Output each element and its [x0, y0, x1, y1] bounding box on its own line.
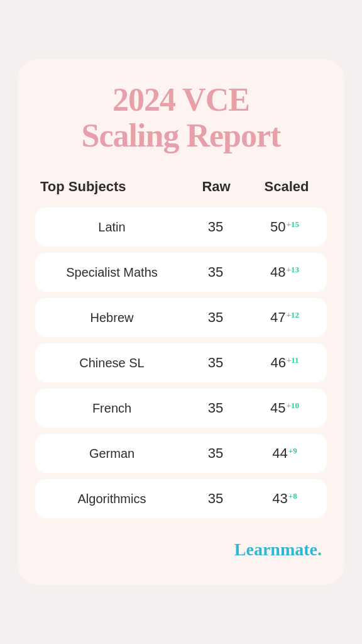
raw-score: 35	[181, 355, 250, 371]
scaled-diff: +8	[288, 491, 297, 500]
raw-score: 35	[181, 264, 250, 280]
table-row: Latin 35 50+15	[35, 208, 327, 247]
header-scaled: Scaled	[251, 179, 322, 195]
subject-name: Chinese SL	[43, 356, 181, 370]
table-row: Hebrew 35 47+12	[35, 298, 327, 337]
scaled-diff: +10	[287, 400, 299, 409]
table-row: Algorithmics 35 43+8	[35, 479, 327, 518]
table-row: German 35 44+9	[35, 434, 327, 473]
scaled-cell: 50+15	[250, 219, 319, 235]
header-subjects: Top Subjects	[40, 179, 181, 195]
title-text: 2024 VCE Scaling Report	[82, 82, 281, 153]
scaled-diff: +11	[287, 355, 299, 364]
raw-score: 35	[181, 400, 250, 416]
table-rows: Latin 35 50+15 Specialist Maths 35 48+13…	[35, 208, 327, 525]
report-card: 2024 VCE Scaling Report Top Subjects Raw…	[18, 59, 344, 585]
scaled-diff: +12	[287, 309, 299, 319]
scaled-value: 48	[270, 264, 285, 280]
subject-name: German	[43, 447, 181, 461]
scaled-cell: 48+13	[250, 264, 319, 280]
scaled-value: 50	[270, 219, 285, 235]
subject-name: Latin	[43, 220, 181, 235]
scaled-value: 47	[270, 309, 285, 326]
scaled-diff: +13	[287, 264, 299, 274]
scaled-value: 46	[270, 355, 285, 371]
scaled-value: 43	[272, 491, 287, 507]
scaled-diff: +15	[287, 219, 299, 228]
header-raw: Raw	[181, 179, 251, 195]
scaled-value: 45	[270, 400, 285, 416]
scaled-value: 44	[272, 445, 287, 462]
scaled-cell: 44+9	[250, 445, 319, 462]
subject-name: French	[43, 401, 181, 416]
raw-score: 35	[181, 445, 250, 462]
scaled-cell: 45+10	[250, 400, 319, 416]
raw-score: 35	[181, 309, 250, 326]
raw-score: 35	[181, 219, 250, 235]
subject-name: Specialist Maths	[43, 265, 181, 280]
scaled-cell: 47+12	[250, 309, 319, 326]
data-table: Top Subjects Raw Scaled Latin 35 50+15 S…	[35, 171, 327, 525]
table-row: Specialist Maths 35 48+13	[35, 253, 327, 292]
footer: Learnmate.	[35, 540, 327, 560]
scaled-cell: 43+8	[250, 491, 319, 507]
table-row: Chinese SL 35 46+11	[35, 343, 327, 382]
brand-name: Learnmate.	[234, 540, 322, 559]
table-header-row: Top Subjects Raw Scaled	[35, 171, 327, 203]
subject-name: Hebrew	[43, 311, 181, 325]
raw-score: 35	[181, 491, 250, 507]
scaled-cell: 46+11	[250, 355, 319, 371]
subject-name: Algorithmics	[43, 492, 181, 506]
scaled-diff: +9	[288, 445, 297, 455]
report-title: 2024 VCE Scaling Report	[82, 82, 281, 153]
table-row: French 35 45+10	[35, 389, 327, 428]
